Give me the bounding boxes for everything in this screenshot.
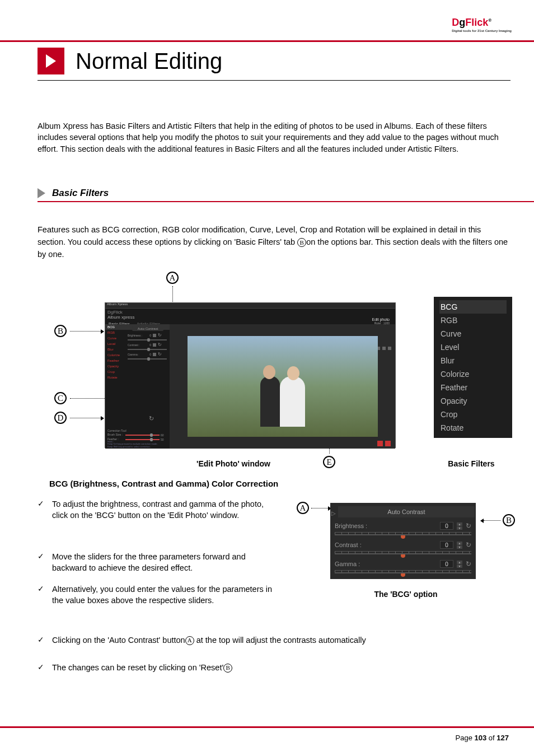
window-title: Album Xpress [107, 302, 128, 306]
reset-big-icon[interactable]: ↻ [149, 415, 154, 422]
gamma-slider-mini[interactable] [128, 358, 167, 360]
reset-icon[interactable]: ↻ [466, 522, 471, 530]
correction-tool-label: Correction Tool [107, 429, 167, 432]
brightness-label: Brightness : [335, 522, 367, 529]
subheading-text: Basic Filters [52, 188, 109, 199]
circle-a-icon: A [166, 272, 179, 284]
reset-icon[interactable]: ↻ [466, 560, 471, 568]
filter-opacity[interactable]: Opacity [439, 394, 507, 408]
check-icon: ✓ [38, 584, 44, 606]
full-icon[interactable] [388, 347, 391, 350]
spinner-icon[interactable] [153, 334, 156, 337]
brush-size-label: Brush Size : [107, 433, 124, 436]
logo-reg: ® [488, 18, 491, 23]
filter-blur[interactable]: Blur [439, 354, 507, 367]
photo-placeholder [188, 336, 378, 437]
correction-tool: Correction Tool Brush Size : 60 Feather … [107, 429, 167, 442]
label-d-marker: D [54, 412, 101, 424]
filter-feather[interactable]: Feather [439, 381, 507, 394]
contrast-spinner[interactable]: ▲ ▼ [457, 542, 462, 549]
feather-slider[interactable] [125, 439, 160, 440]
spinner-down-icon[interactable]: ▼ [457, 545, 462, 549]
gamma-spinner[interactable]: ▲ ▼ [457, 561, 462, 568]
filter-item-rotate[interactable]: Rotate [105, 375, 170, 380]
bullet-4: ✓ Clicking on the 'Auto Contrast' button… [38, 634, 496, 646]
brightness-slider-mini[interactable] [128, 339, 167, 340]
spinner-down-icon[interactable]: ▼ [457, 564, 462, 568]
gamma-val-mini: 0 [146, 353, 151, 356]
bcg-label-b: B [484, 514, 515, 526]
spinner-up-icon[interactable]: ▲ [457, 561, 462, 564]
gamma-value[interactable]: 0 [440, 560, 453, 568]
spinner-up-icon[interactable]: ▲ [457, 542, 462, 545]
reset-icon-mini[interactable]: ↻ [158, 352, 162, 357]
filter-colorize[interactable]: Colorize [439, 367, 507, 381]
filter-level[interactable]: Level [439, 340, 507, 354]
edit-photo-text: Edit photo [372, 318, 390, 321]
circle-a2-icon: A [297, 502, 309, 514]
logo-tagline: Digital tools for 21st Century Imaging [452, 29, 512, 32]
contrast-slider[interactable] [335, 551, 471, 553]
label-b-marker: B [54, 325, 101, 337]
contrast-value[interactable]: 0 [440, 541, 453, 549]
brush-size-row: Brush Size : 60 [107, 433, 167, 437]
diagram-area: A B C D E F Album Xpress DgFlick Album x… [38, 272, 510, 473]
connector-b [70, 331, 101, 332]
page-number: Page 103 of 127 [456, 734, 509, 742]
filter-curve[interactable]: Curve [439, 327, 507, 340]
filter-item-crop[interactable]: Crop [105, 369, 170, 375]
bcg-heading: BCG (Brightness, Contrast and Gamma) Col… [49, 479, 278, 488]
reset-icon-mini[interactable]: ↻ [158, 333, 162, 338]
check-icon: ✓ [38, 634, 44, 646]
hints-l3: Keep Shift key pressed to select correct… [107, 445, 151, 448]
bcg-label-a: A [297, 502, 328, 514]
filters-left-panel: BCG RGB Curve Level Blur Colorize Feathe… [105, 324, 170, 449]
bullet-5: ✓ The changes can be reset by clicking o… [38, 662, 496, 673]
hints-text: Hints : Keep Ctrl key pressed to exclude… [107, 441, 158, 448]
spinner-icon[interactable] [153, 353, 156, 356]
fit-icon[interactable] [382, 347, 386, 350]
edit-photo-screenshot: Album Xpress DgFlick Album xpress Basic … [105, 302, 396, 448]
basic-filters-list: BCG RGB Curve Level Blur Colorize Feathe… [434, 297, 512, 438]
page-n: 103 [475, 734, 487, 742]
caption-edit-photo: 'Edit Photo' window [161, 459, 306, 468]
header-divider [0, 40, 534, 42]
auto-contrast-button-mini[interactable]: Auto Contrast [132, 326, 163, 331]
brightness-val-mini: 0 [146, 334, 151, 337]
subheading-block: Basic Filters [38, 188, 534, 202]
circle-b-icon: B [54, 325, 67, 337]
filter-crop[interactable]: Crop [439, 408, 507, 421]
sc-brand-2: Album xpress [107, 315, 134, 320]
brightness-spinner[interactable]: ▲ ▼ [457, 522, 462, 530]
reset-icon-mini[interactable]: ↻ [158, 342, 162, 347]
filter-rotate[interactable]: Rotate [439, 421, 507, 435]
contrast-row-mini: Contrast : 0 ↻ [128, 342, 168, 347]
brightness-row: Brightness : 0 ▲ ▼ ↻ [331, 521, 475, 531]
connector-d [70, 418, 101, 418]
logo-d: D [452, 17, 459, 28]
filter-item-opacity[interactable]: Opacity [105, 363, 170, 369]
brightness-slider[interactable] [335, 532, 471, 534]
brush-size-slider[interactable] [125, 435, 160, 436]
close-icon[interactable] [385, 441, 391, 446]
contrast-slider-mini[interactable] [128, 349, 167, 350]
photo-preview-panel: Before After [170, 324, 395, 449]
spinner-icon[interactable] [153, 343, 156, 347]
gamma-row-mini: Gamma : 0 ↻ [128, 352, 168, 357]
filter-rgb[interactable]: RGB [439, 314, 507, 327]
auto-contrast-button[interactable]: Auto Contrast [338, 506, 475, 517]
check-icon: ✓ [38, 551, 44, 574]
check-icon: ✓ [38, 662, 44, 673]
spinner-down-icon[interactable]: ▼ [457, 526, 462, 530]
save-icon[interactable] [377, 441, 383, 446]
reset-icon[interactable]: ↻ [466, 541, 471, 549]
bcg-panel: ▷ Auto Contrast Brightness : 0 ▲ ▼ ↻ Con… [330, 503, 476, 579]
gamma-slider[interactable] [335, 570, 471, 572]
logo-flick: Flick [465, 17, 488, 28]
bullet-5-a: The changes can be reset by clicking on … [52, 663, 223, 672]
contrast-val-mini: 0 [146, 343, 151, 347]
brightness-value[interactable]: 0 [440, 522, 453, 530]
filter-bcg[interactable]: BCG [439, 300, 507, 314]
spinner-up-icon[interactable]: ▲ [457, 522, 462, 526]
play-small-icon [38, 188, 45, 198]
